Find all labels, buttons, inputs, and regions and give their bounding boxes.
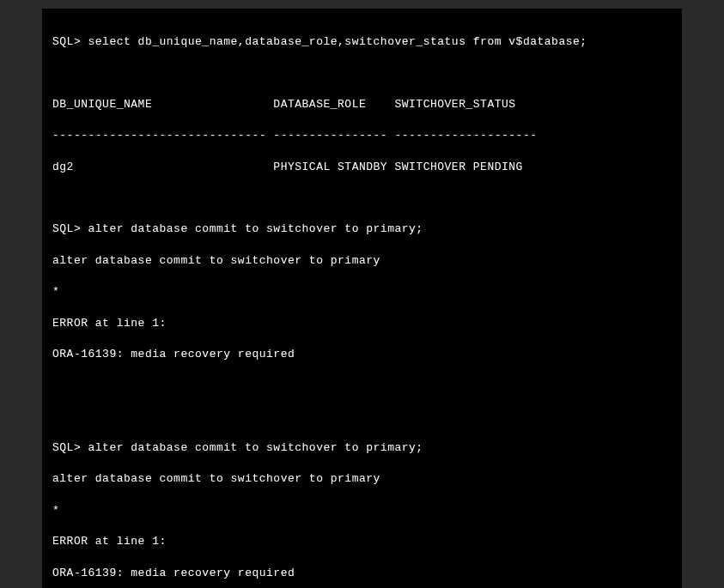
terminal-line: dg2 PHYSICAL STANDBY SWITCHOVER PENDING [52,160,672,175]
terminal-line: alter database commit to switchover to p… [52,471,672,487]
terminal-window[interactable]: SQL> select db_unique_name,database_role… [42,9,682,588]
terminal-line [52,66,672,82]
terminal-line: SQL> select db_unique_name,database_role… [52,34,672,50]
terminal-line: ERROR at line 1: [52,316,672,331]
terminal-line: ERROR at line 1: [52,534,672,549]
terminal-line: DB_UNIQUE_NAME DATABASE_ROLE SWITCHOVER_… [52,97,672,112]
terminal-line: * [52,284,672,300]
terminal-line [52,409,672,425]
terminal-line [52,378,672,393]
terminal-line: alter database commit to switchover to p… [52,253,672,269]
terminal-line: ------------------------------ ---------… [52,128,672,143]
terminal-line: ORA-16139: media recovery required [52,566,672,581]
terminal-line: ORA-16139: media recovery required [52,347,672,362]
terminal-line: * [52,503,672,518]
terminal-line: SQL> alter database commit to switchover… [52,221,672,237]
terminal-line: SQL> alter database commit to switchover… [52,440,672,456]
terminal-line [52,191,672,206]
